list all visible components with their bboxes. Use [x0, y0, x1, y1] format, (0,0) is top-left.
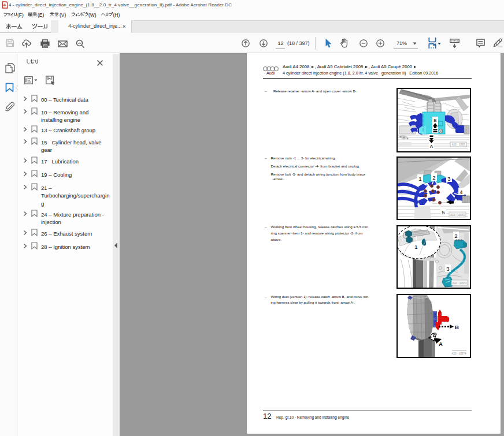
- svg-text:5: 5: [442, 209, 444, 215]
- svg-text:(H): (H): [113, 12, 120, 18]
- svg-text:B: B: [433, 118, 436, 123]
- svg-text:B: B: [455, 324, 459, 330]
- svg-text:4: 4: [459, 189, 462, 195]
- svg-text:(E): (E): [38, 12, 45, 18]
- svg-text:A10 - 10572: A10 - 10572: [452, 282, 466, 285]
- svg-text:A10 - 10571: A10 - 10571: [450, 214, 465, 217]
- svg-text:(W): (W): [88, 12, 97, 18]
- svg-text:(F): (F): [17, 12, 24, 18]
- svg-text:A: A: [430, 144, 433, 149]
- svg-text:3: 3: [446, 266, 449, 272]
- svg-text:A10 - 10574: A10 - 10574: [451, 352, 466, 355]
- svg-text:1: 1: [414, 244, 417, 250]
- svg-text:2: 2: [432, 174, 435, 181]
- svg-text:(V): (V): [60, 12, 66, 18]
- svg-text:3: 3: [447, 176, 450, 182]
- svg-text:A: A: [439, 341, 443, 347]
- svg-text:1: 1: [418, 176, 421, 182]
- svg-text:A10 - 1095: A10 - 1095: [452, 143, 465, 146]
- svg-text:2: 2: [454, 233, 457, 239]
